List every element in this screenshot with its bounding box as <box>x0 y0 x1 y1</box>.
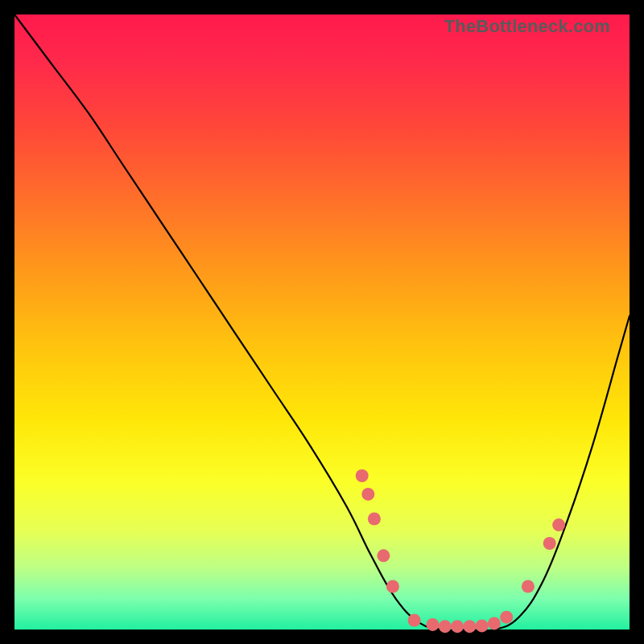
data-point <box>522 580 535 593</box>
data-point <box>488 617 501 630</box>
data-point <box>356 469 369 482</box>
data-point <box>476 619 489 632</box>
data-point <box>377 549 390 562</box>
data-point <box>552 518 565 531</box>
plot-area: TheBottleneck.com <box>14 14 630 630</box>
chart-frame: TheBottleneck.com <box>0 0 644 644</box>
data-point <box>408 614 421 627</box>
data-point <box>500 611 513 624</box>
data-point <box>439 620 452 633</box>
data-point <box>361 488 374 501</box>
curve-layer <box>14 14 630 630</box>
data-point <box>463 620 476 633</box>
data-point <box>451 620 464 633</box>
data-point <box>427 618 440 631</box>
data-point <box>386 580 399 593</box>
bottleneck-curve <box>14 14 630 630</box>
highlighted-points <box>356 469 565 633</box>
data-point <box>368 513 381 526</box>
data-point <box>543 537 556 550</box>
